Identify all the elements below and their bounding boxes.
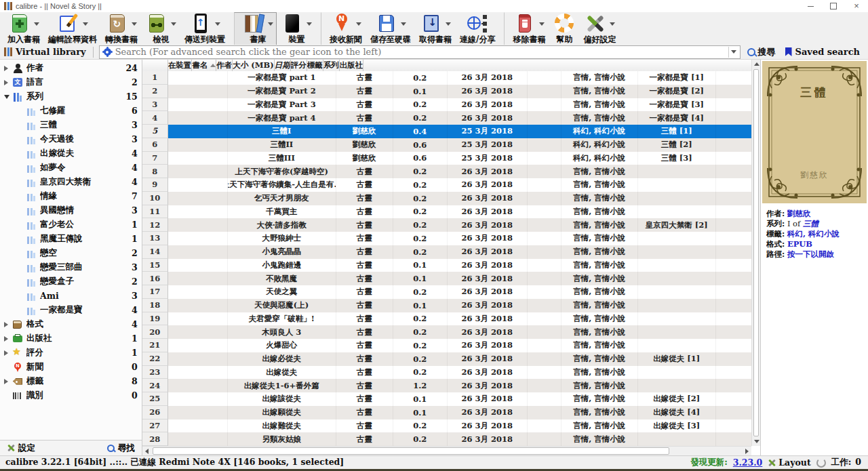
sidebar-item[interactable]: 識別 0 — [0, 388, 142, 403]
table-row[interactable]: 9 上天下海守著你續集-人生自是有… 古靈 0.2 26 3月 2018 言情,… — [142, 178, 751, 192]
sidebar-item[interactable]: 今天過後 3 — [0, 132, 142, 146]
table-row[interactable]: 4 一家都是寶 part 4 古靈 0.2 26 3月 2018 言情, 言情小… — [142, 111, 751, 125]
restore-button[interactable] — [822, 0, 845, 12]
expander-icon[interactable] — [4, 335, 11, 342]
expander-icon[interactable] — [18, 279, 24, 285]
toolbar-button[interactable]: 書庫 — [234, 12, 277, 46]
toolbar-button[interactable]: 編輯詮釋資料 — [45, 12, 100, 46]
dropdown-arrow-icon[interactable] — [446, 22, 451, 26]
toolbar-button[interactable]: 裝置 — [278, 12, 315, 46]
expander-icon[interactable] — [18, 150, 24, 157]
toolbar-button[interactable]: 偏好設定 — [580, 12, 619, 46]
expander-icon[interactable] — [18, 222, 24, 228]
minimize-button[interactable] — [799, 0, 822, 12]
search-input[interactable] — [114, 46, 728, 58]
expander-icon[interactable] — [18, 122, 24, 129]
table-row[interactable]: 14 小鬼亮晶晶 古靈 0.2 26 3月 2018 言情, 言情小說 — [142, 245, 751, 259]
expander-icon[interactable] — [4, 350, 11, 356]
sidebar-item[interactable]: 富少老公 1 — [0, 218, 142, 232]
jobs-button[interactable]: 工作: 0 — [831, 457, 861, 468]
horizontal-scroll-track[interactable] — [671, 447, 743, 455]
dropdown-arrow-icon[interactable] — [610, 22, 615, 26]
toolbar-button[interactable]: 檢視 — [142, 12, 180, 46]
table-row[interactable]: 2 一家都是寶 Part 2 古靈 0.1 26 3月 2018 言情, 言情小… — [142, 85, 751, 98]
expander-icon[interactable] — [4, 378, 11, 385]
table-row[interactable]: 1 一家都是寶 part 1 古靈 0.2 26 3月 2018 言情, 言情小… — [142, 71, 751, 85]
table-row[interactable]: 5 三體I 劉慈欣 0.4 25 3月 2018 科幻, 科幻小說 三體 [1] — [142, 125, 751, 138]
toolbar-button[interactable]: 幫助 — [550, 12, 578, 46]
detail-value-link[interactable]: 劉慈欣 — [787, 209, 811, 218]
dropdown-arrow-icon[interactable] — [171, 22, 176, 26]
expander-icon[interactable] — [18, 193, 24, 200]
detail-value-link[interactable]: 按一下以開啟 — [787, 249, 834, 259]
expander-icon[interactable] — [18, 293, 24, 300]
dropdown-arrow-icon[interactable] — [401, 22, 406, 26]
sidebar-item[interactable]: 三體 3 — [0, 118, 142, 132]
detail-value-link[interactable]: 三體 — [803, 219, 818, 228]
sidebar-item[interactable]: 語言 2 — [0, 75, 142, 89]
sidebar-item[interactable]: 出版社 1 — [0, 331, 142, 346]
column-header[interactable]: 大小 (MB) — [233, 60, 274, 71]
expander-icon[interactable] — [18, 236, 24, 243]
toolbar-button[interactable]: 連線/分享 — [456, 12, 498, 46]
virtual-library-button[interactable]: Virtual library — [0, 47, 93, 57]
book-cover[interactable]: 三體 劉慈欣 — [762, 61, 867, 203]
sidebar-item[interactable]: 黑魔王傳說 1 — [0, 232, 142, 246]
dropdown-arrow-icon[interactable] — [268, 22, 273, 26]
expander-icon[interactable] — [18, 136, 24, 143]
sidebar-item[interactable]: 作者 24 — [0, 61, 142, 75]
expander-icon[interactable] — [18, 165, 24, 171]
sidebar-item[interactable]: 標籤 8 — [0, 374, 142, 388]
expander-icon[interactable] — [18, 307, 24, 314]
sidebar-item[interactable]: 皇京四大禁衛 4 — [0, 175, 142, 189]
column-header[interactable]: 在裝置 — [168, 60, 193, 71]
sidebar-item[interactable]: 情緣 7 — [0, 189, 142, 203]
saved-search-button[interactable]: Saved search — [783, 47, 868, 57]
sidebar-item[interactable]: 一家都是寶 4 — [0, 303, 142, 317]
configure-button[interactable]: 設定 — [7, 443, 35, 454]
column-header[interactable]: 標籤 — [307, 60, 323, 71]
toolbar-button[interactable]: 取得書籍 — [416, 12, 455, 46]
table-row[interactable]: 19 夫君愛穿「破鞋」! 古靈 0.2 26 3月 2018 言情, 言情小說 — [142, 312, 751, 326]
scroll-up-button[interactable] — [752, 60, 761, 68]
vertical-scrollbar[interactable] — [751, 60, 760, 446]
table-row[interactable]: 28 另類灰姑娘 古靈 0.2 26 3月 2018 言情, 言情小說 — [142, 432, 751, 446]
table-row[interactable]: 20 木頭良人 3 古靈 0.2 26 3月 2018 言情, 言情小說 — [142, 325, 751, 339]
sidebar-item[interactable]: 戀空 2 — [0, 246, 142, 260]
expander-icon[interactable] — [4, 321, 11, 328]
find-button[interactable]: 尋找 — [107, 443, 135, 454]
column-header[interactable]: 出版社 — [340, 60, 364, 71]
scroll-right-button[interactable] — [743, 447, 751, 455]
sidebar-item[interactable]: 如夢令 4 — [0, 161, 142, 175]
table-row[interactable]: 3 一家都是寶 Part 3 古靈 0.2 26 3月 2018 言情, 言情小… — [142, 98, 751, 112]
expander-icon[interactable] — [4, 364, 11, 371]
expander-icon[interactable] — [4, 65, 11, 72]
layout-button[interactable]: Layout — [768, 457, 810, 468]
table-row[interactable]: 7 三體III 劉慈欣 0.6 25 3月 2018 科幻, 科幻小說 三體 [… — [142, 152, 751, 165]
toolbar-button[interactable]: 接收新聞 — [321, 12, 366, 46]
toolbar-button[interactable]: 傳送到裝置 — [181, 12, 229, 46]
toolbar-button[interactable]: 儲存至硬碟 — [367, 12, 414, 46]
column-header[interactable]: 書名 — [192, 60, 216, 71]
update-version-link[interactable]: 3.23.0 — [733, 457, 763, 468]
sidebar-item[interactable]: 系列 15 — [0, 89, 142, 104]
sidebar-item[interactable]: 戀愛盒子 2 — [0, 274, 142, 289]
sidebar-item[interactable]: 出嫁從夫 4 — [0, 146, 142, 161]
table-row[interactable]: 10 乞丐天才男朋友 古靈 0.2 26 3月 2018 言情, 言情小說 — [142, 192, 751, 205]
sidebar-item[interactable]: 評分 1 — [0, 346, 142, 360]
scroll-left-button[interactable] — [142, 447, 151, 455]
expander-icon[interactable] — [18, 108, 24, 115]
sidebar-item[interactable]: 異國戀情 3 — [0, 203, 142, 218]
table-row[interactable]: 21 火爆甜心 古靈 0.2 26 3月 2018 言情, 言情小說 — [142, 339, 751, 352]
gear-icon[interactable] — [104, 48, 111, 56]
toolbar-button[interactable]: 加入書籍 — [4, 12, 43, 46]
dropdown-arrow-icon[interactable] — [83, 22, 88, 26]
dropdown-arrow-icon[interactable] — [539, 22, 545, 26]
dropdown-arrow-icon[interactable] — [34, 22, 39, 26]
expander-icon[interactable] — [18, 207, 24, 214]
scroll-down-button[interactable] — [752, 437, 761, 446]
horizontal-scroll-thumb[interactable] — [153, 447, 669, 455]
expander-icon[interactable] — [4, 79, 11, 86]
search-button[interactable]: 搜尋 — [741, 46, 783, 58]
detail-value-link[interactable]: 科幻, 科幻小說 — [787, 229, 840, 239]
